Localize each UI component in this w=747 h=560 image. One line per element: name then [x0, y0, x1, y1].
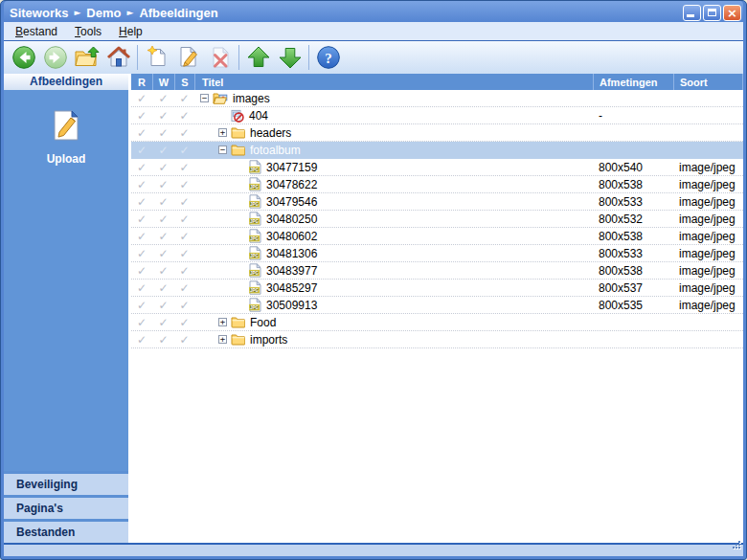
home-button[interactable] — [102, 43, 134, 72]
tree-expander[interactable]: + — [218, 128, 227, 137]
show-checkmark[interactable]: ✓ — [174, 281, 194, 295]
table-row[interactable]: ✓ ✓ ✓ JPG 30509913 800x535 image/jpeg — [131, 297, 743, 314]
edit-item-button[interactable] — [172, 43, 204, 72]
table-row[interactable]: ✓ ✓ ✓ JPG 30480602 800x538 image/jpeg — [131, 228, 743, 245]
read-checkmark[interactable]: ✓ — [131, 281, 152, 295]
tree-expander[interactable]: − — [200, 94, 209, 102]
write-checkmark[interactable]: ✓ — [152, 161, 174, 174]
read-checkmark[interactable]: ✓ — [131, 247, 152, 260]
write-checkmark[interactable]: ✓ — [152, 247, 174, 260]
table-row[interactable]: ✓ ✓ ✓ − fotoalbum — [131, 142, 743, 159]
menu-tools[interactable]: Tools — [66, 23, 110, 40]
table-row[interactable]: ✓ ✓ ✓ JPG 30478622 800x538 image/jpeg — [131, 176, 743, 193]
show-checkmark[interactable]: ✓ — [174, 333, 194, 347]
show-checkmark[interactable]: ✓ — [174, 316, 194, 329]
svg-text:JPG: JPG — [250, 185, 260, 190]
new-item-button[interactable] — [141, 43, 172, 72]
read-checkmark[interactable]: ✓ — [131, 213, 152, 226]
table-row[interactable]: ✓ ✓ ✓ JPG 30485297 800x537 image/jpeg — [131, 280, 743, 297]
read-checkmark[interactable]: ✓ — [131, 316, 152, 329]
upload-button[interactable]: Upload — [47, 109, 86, 166]
table-row[interactable]: ✓ ✓ ✓ JPG 30480250 800x532 image/jpeg — [131, 211, 743, 228]
breadcrumb-separator-icon: ► — [126, 8, 133, 17]
write-checkmark[interactable]: ✓ — [152, 126, 174, 140]
read-checkmark[interactable]: ✓ — [131, 144, 152, 157]
read-checkmark[interactable]: ✓ — [131, 299, 152, 312]
close-button[interactable] — [723, 5, 741, 21]
title-cell: 404 — [194, 109, 593, 123]
write-checkmark[interactable]: ✓ — [152, 178, 174, 191]
sidebar-item-bestanden[interactable]: Bestanden — [4, 519, 128, 543]
tree-expander[interactable]: + — [218, 335, 227, 344]
read-checkmark[interactable]: ✓ — [131, 92, 152, 105]
title-cell: JPG 30479546 — [194, 194, 593, 209]
show-checkmark[interactable]: ✓ — [174, 109, 194, 123]
row-dimensions: - — [593, 109, 673, 123]
show-checkmark[interactable]: ✓ — [174, 299, 194, 312]
show-checkmark[interactable]: ✓ — [174, 230, 194, 243]
column-header-write[interactable]: W — [152, 74, 174, 90]
column-header-read[interactable]: R — [131, 74, 152, 90]
move-up-button[interactable] — [242, 43, 274, 72]
show-checkmark[interactable]: ✓ — [174, 213, 194, 226]
table-row[interactable]: ✓ ✓ ✓ JPG 30477159 800x540 image/jpeg — [131, 159, 743, 176]
delete-item-button[interactable] — [204, 43, 236, 72]
sidebar-item-beveiliging[interactable]: Beveiliging — [4, 471, 128, 495]
column-header-show[interactable]: S — [174, 74, 194, 90]
column-header-afmetingen[interactable]: Afmetingen — [593, 74, 673, 90]
table-row[interactable]: ✓ ✓ ✓ JPG 30479546 800x533 image/jpeg — [131, 193, 743, 211]
table-row[interactable]: ✓ ✓ ✓ − images — [131, 90, 743, 107]
read-checkmark[interactable]: ✓ — [131, 126, 152, 140]
move-down-button[interactable] — [274, 43, 306, 72]
write-checkmark[interactable]: ✓ — [152, 213, 174, 226]
write-checkmark[interactable]: ✓ — [152, 195, 174, 209]
write-checkmark[interactable]: ✓ — [152, 144, 174, 157]
write-checkmark[interactable]: ✓ — [152, 281, 174, 295]
write-checkmark[interactable]: ✓ — [152, 299, 174, 312]
read-checkmark[interactable]: ✓ — [131, 333, 152, 347]
show-checkmark[interactable]: ✓ — [174, 144, 194, 157]
minimize-button[interactable] — [683, 5, 701, 21]
read-checkmark[interactable]: ✓ — [131, 109, 152, 123]
forward-button[interactable] — [39, 43, 71, 72]
sidebar-item-paginas[interactable]: Pagina's — [4, 495, 128, 519]
write-checkmark[interactable]: ✓ — [152, 230, 174, 243]
show-checkmark[interactable]: ✓ — [174, 247, 194, 260]
write-checkmark[interactable]: ✓ — [152, 264, 174, 278]
read-checkmark[interactable]: ✓ — [131, 161, 152, 174]
table-row[interactable]: ✓ ✓ ✓ + Food — [131, 314, 743, 331]
tree-expander[interactable]: − — [218, 146, 227, 154]
write-checkmark[interactable]: ✓ — [152, 333, 174, 347]
table-row[interactable]: ✓ ✓ ✓ JPG 30481306 800x533 image/jpeg — [131, 245, 743, 262]
read-checkmark[interactable]: ✓ — [131, 195, 152, 209]
show-checkmark[interactable]: ✓ — [174, 92, 194, 105]
table-row[interactable]: ✓ ✓ ✓ + imports — [131, 331, 743, 348]
table-row[interactable]: ✓ ✓ ✓ JPG 30483977 800x538 image/jpeg — [131, 262, 743, 280]
show-checkmark[interactable]: ✓ — [174, 264, 194, 278]
title-bar[interactable]: Siteworks ► Demo ► Afbeeldingen — [4, 1, 743, 22]
show-checkmark[interactable]: ✓ — [174, 195, 194, 209]
help-button[interactable]: ? — [312, 43, 344, 72]
read-checkmark[interactable]: ✓ — [131, 264, 152, 278]
table-row[interactable]: ✓ ✓ ✓ + headers — [131, 124, 743, 142]
column-header-titel[interactable]: Titel — [194, 74, 593, 90]
maximize-button[interactable] — [703, 5, 721, 21]
write-checkmark[interactable]: ✓ — [152, 92, 174, 105]
folder-up-button[interactable] — [71, 43, 102, 72]
show-checkmark[interactable]: ✓ — [174, 126, 194, 140]
tree-expander[interactable]: + — [218, 318, 227, 326]
resize-grip-icon[interactable] — [732, 538, 742, 555]
table-row[interactable]: ✓ ✓ ✓ 404 - — [131, 107, 743, 124]
write-checkmark[interactable]: ✓ — [152, 316, 174, 329]
read-checkmark[interactable]: ✓ — [131, 230, 152, 243]
write-checkmark[interactable]: ✓ — [152, 109, 174, 123]
back-button[interactable] — [8, 43, 39, 72]
menu-bestand[interactable]: Bestand — [7, 23, 66, 40]
svg-text:JPG: JPG — [250, 288, 260, 293]
read-checkmark[interactable]: ✓ — [131, 178, 152, 191]
column-header-soort[interactable]: Soort — [673, 74, 743, 90]
menu-help[interactable]: Help — [110, 23, 151, 40]
show-checkmark[interactable]: ✓ — [174, 161, 194, 174]
show-checkmark[interactable]: ✓ — [174, 178, 194, 191]
sidebar-header-afbeeldingen[interactable]: Afbeeldingen — [4, 74, 128, 90]
